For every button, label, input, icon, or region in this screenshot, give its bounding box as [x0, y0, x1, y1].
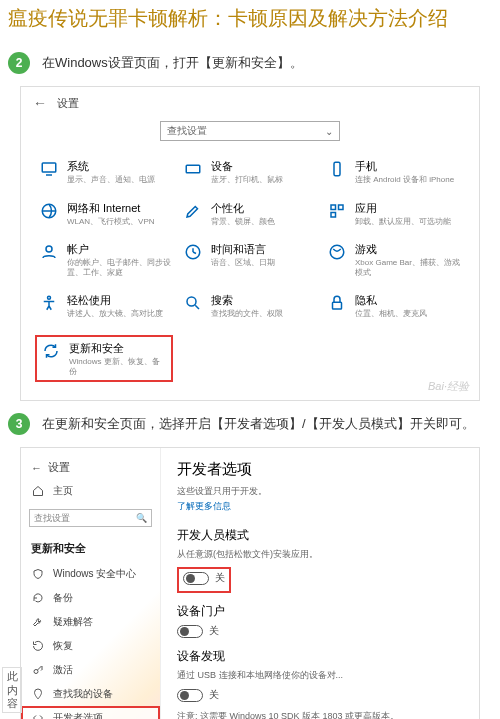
- step-2-text: 在Windows设置页面，打开【更新和安全】。: [42, 54, 303, 72]
- settings-item-gaming[interactable]: 游戏Xbox Game Bar、捕获、游戏模式: [327, 242, 461, 277]
- search-icon: [183, 293, 203, 313]
- clock-icon: [183, 242, 203, 262]
- settings-item-devices[interactable]: 设备蓝牙、打印机、鼠标: [183, 159, 317, 185]
- svg-point-16: [187, 297, 196, 306]
- svg-rect-0: [42, 163, 56, 172]
- back-icon[interactable]: ←: [31, 462, 42, 474]
- svg-point-19: [34, 670, 38, 674]
- dev-mode-toggle-highlight: 关: [177, 567, 231, 593]
- step-badge-3: 3: [8, 413, 30, 435]
- device-portal-label: 设备门户: [177, 603, 463, 620]
- sidebar-item-troubleshoot[interactable]: 疑难解答: [21, 610, 160, 634]
- svg-rect-18: [333, 303, 342, 310]
- learn-more-link[interactable]: 了解更多信息: [177, 500, 463, 513]
- phone-icon: [327, 159, 347, 179]
- content-pane: 开发者选项 这些设置只用于开发。 了解更多信息 开发人员模式 从任意源(包括松散…: [161, 448, 479, 719]
- apps-icon: [327, 201, 347, 221]
- xbox-icon: [327, 242, 347, 262]
- side-note: 此内容: [2, 667, 22, 713]
- device-discovery-label: 设备发现: [177, 648, 463, 665]
- sidebar: ← 设置 主页 查找设置 🔍 更新和安全 Windows 安全中心 备份 疑难解…: [21, 448, 161, 719]
- developer-settings-window: ← 设置 主页 查找设置 🔍 更新和安全 Windows 安全中心 备份 疑难解…: [20, 447, 480, 719]
- sidebar-item-backup[interactable]: 备份: [21, 586, 160, 610]
- dev-mode-desc: 从任意源(包括松散文件)安装应用。: [177, 548, 463, 561]
- sidebar-item-find-device[interactable]: 查找我的设备: [21, 682, 160, 706]
- step-2-row: 2 在Windows设置页面，打开【更新和安全】。: [0, 46, 500, 80]
- settings-item-system[interactable]: 系统显示、声音、通知、电源: [39, 159, 173, 185]
- sidebar-item-recovery[interactable]: 恢复: [21, 634, 160, 658]
- dev-mode-toggle[interactable]: [183, 572, 209, 585]
- svg-line-17: [195, 306, 199, 310]
- settings-item-search[interactable]: 搜索查找我的文件、权限: [183, 293, 317, 319]
- step-3-text: 在更新和安全页面，选择开启【开发者选项】/【开发人员模式】开关即可。: [42, 415, 475, 433]
- sidebar-item-security[interactable]: Windows 安全中心: [21, 562, 160, 586]
- settings-item-accounts[interactable]: 帐户你的帐户、电子邮件、同步设置、工作、家庭: [39, 242, 173, 277]
- svg-point-10: [46, 246, 52, 252]
- settings-item-time[interactable]: 时间和语言语音、区域、日期: [183, 242, 317, 277]
- content-title: 开发者选项: [177, 460, 463, 479]
- svg-line-13: [193, 252, 196, 254]
- device-discovery-toggle[interactable]: [177, 689, 203, 702]
- globe-icon: [39, 201, 59, 221]
- shield-icon: [31, 567, 45, 581]
- page-title: 瘟疫传说无罪卡顿解析：卡顿原因及解决方法介绍: [0, 0, 500, 36]
- key-icon: [31, 663, 45, 677]
- window-title: 设置: [57, 96, 79, 111]
- home-icon: [31, 484, 45, 498]
- sdk-note: 注意: 这需要 Windows 10 SDK 版本 1803 或更高版本。: [177, 710, 463, 719]
- keyboard-icon: [183, 159, 203, 179]
- step-3-row: 3 在更新和安全页面，选择开启【开发者选项】/【开发人员模式】开关即可。: [0, 407, 500, 441]
- brush-icon: [183, 201, 203, 221]
- sidebar-search-input[interactable]: 查找设置 🔍: [29, 509, 152, 527]
- display-icon: [39, 159, 59, 179]
- sidebar-item-developer[interactable]: 开发者选项: [21, 706, 160, 719]
- sync-icon: [41, 341, 61, 361]
- settings-item-network[interactable]: 网络和 InternetWLAN、飞行模式、VPN: [39, 201, 173, 227]
- window-header: ← 设置: [21, 456, 160, 479]
- lock-icon: [327, 293, 347, 313]
- sidebar-item-activation[interactable]: 激活: [21, 658, 160, 682]
- recovery-icon: [31, 639, 45, 653]
- search-icon: 🔍: [136, 513, 147, 523]
- watermark: Bai·经验: [428, 379, 469, 394]
- content-sub: 这些设置只用于开发。: [177, 485, 463, 498]
- settings-item-update[interactable]: 更新和安全Windows 更新、恢复、备份: [35, 335, 173, 382]
- windows-settings-window: ← 设置 查找设置 ⌄ 系统显示、声音、通知、电源 设备蓝牙、打印机、鼠标 手机…: [20, 86, 480, 401]
- settings-item-ease[interactable]: 轻松使用讲述人、放大镜、高对比度: [39, 293, 173, 319]
- svg-point-15: [48, 297, 51, 300]
- device-portal-toggle[interactable]: [177, 625, 203, 638]
- sidebar-home[interactable]: 主页: [21, 479, 160, 503]
- settings-item-personalization[interactable]: 个性化背景、锁屏、颜色: [183, 201, 317, 227]
- svg-rect-4: [334, 162, 340, 176]
- search-placeholder: 查找设置: [167, 124, 207, 138]
- step-badge-2: 2: [8, 52, 30, 74]
- wrench-icon: [31, 615, 45, 629]
- location-icon: [31, 687, 45, 701]
- settings-grid: 系统显示、声音、通知、电源 设备蓝牙、打印机、鼠标 手机连接 Android 设…: [33, 159, 467, 382]
- device-discovery-desc: 通过 USB 连接和本地网络使你的设备对...: [177, 669, 463, 682]
- settings-item-privacy[interactable]: 隐私位置、相机、麦克风: [327, 293, 461, 319]
- back-icon[interactable]: ←: [33, 95, 47, 111]
- code-icon: [31, 711, 45, 719]
- toggle-state-label: 关: [215, 571, 225, 585]
- svg-rect-7: [331, 205, 336, 210]
- search-icon: ⌄: [325, 126, 333, 137]
- settings-item-apps[interactable]: 应用卸载、默认应用、可选功能: [327, 201, 461, 227]
- settings-search-input[interactable]: 查找设置 ⌄: [160, 121, 340, 141]
- accessibility-icon: [39, 293, 59, 313]
- dev-mode-label: 开发人员模式: [177, 527, 463, 544]
- svg-rect-9: [331, 212, 336, 217]
- svg-rect-2: [186, 165, 200, 173]
- person-icon: [39, 242, 59, 262]
- sidebar-section-title: 更新和安全: [21, 537, 160, 562]
- backup-icon: [31, 591, 45, 605]
- svg-rect-8: [339, 205, 344, 210]
- settings-item-phone[interactable]: 手机连接 Android 设备和 iPhone: [327, 159, 461, 185]
